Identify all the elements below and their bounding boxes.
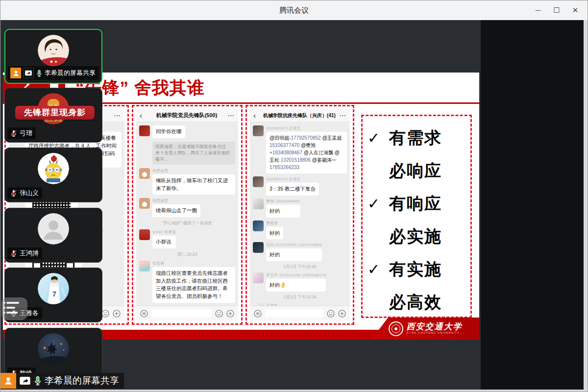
participant-name: 弓瑨	[20, 129, 32, 138]
checklist-line: 必实施	[368, 220, 466, 253]
message-bubble: 小群说	[152, 236, 176, 248]
participant-tile[interactable]: 李希晨的屏幕共享	[4, 29, 102, 84]
participant-name-bar: 张山义	[7, 187, 42, 199]
phone-link: +18340808467	[270, 150, 302, 155]
checklist-text: 有需求	[389, 127, 442, 149]
list-line	[6, 302, 19, 304]
avatar	[38, 153, 69, 184]
phone-link: 15106377470	[270, 143, 299, 148]
participant-name: 李希晨的屏幕共享	[45, 69, 96, 77]
screen-share-icon	[19, 376, 31, 386]
checklist-text: 有实施	[389, 258, 442, 281]
sender-name: 宋玉平-3119101252-13630286176	[266, 272, 326, 278]
mic-muted-icon	[10, 249, 18, 257]
check-icon: ✓	[368, 195, 389, 212]
avatar	[253, 272, 264, 283]
chat-box-3: ‹ 机械学院抗疫先锋队（兴庆）(41) ··· 3119301472-王成玉 @…	[245, 105, 354, 325]
phone-link: 17792570852	[291, 135, 320, 141]
checklist-text: 有响应	[389, 193, 442, 215]
participants-sidebar	[481, 20, 585, 391]
voice-icon	[140, 310, 148, 318]
message-bubble: 绕着假山走了一圈	[152, 204, 200, 217]
university-logo: 西安交通大学 XI'AN JIAOTONG UNIVERSITY	[371, 318, 479, 340]
phone-link: 17853266233	[270, 165, 299, 170]
chat2-title: 机械学院党员先锋队(500)	[147, 112, 227, 119]
avatar	[139, 125, 150, 136]
back-icon: ‹	[253, 111, 260, 120]
svg-text:7: 7	[52, 290, 56, 298]
check-icon: ✓	[368, 261, 389, 278]
chat-input-bar	[136, 306, 238, 320]
more-icon: ···	[113, 113, 121, 119]
chat-message: 樊旭+18340808467 好的	[253, 198, 347, 218]
checklist-line: ✓ 有响应	[368, 187, 466, 220]
chat-message: 姜颖涛 好的	[253, 220, 347, 240]
maximize-button[interactable]: ☐	[547, 0, 566, 20]
back-icon: ‹	[140, 111, 147, 120]
participant-name-bar: 李希晨的屏幕共享	[8, 66, 99, 80]
university-name-cn: 西安交通大学	[407, 322, 463, 331]
check-icon: ✓	[368, 129, 389, 147]
avatar	[253, 198, 264, 209]
university-seal-icon	[389, 321, 403, 336]
participant-name-bar: 王鸿博	[7, 247, 42, 259]
chat-message: 唔西迪西 俺听从指挥，骑车出了校门又进来了新华。	[139, 168, 235, 195]
plus-icon	[113, 310, 121, 318]
message-bubble: 好的	[266, 227, 283, 240]
mention-text: @王孟超	[321, 135, 342, 141]
timestamp: 周二 20:23	[139, 252, 235, 257]
sender-name: 唔西迪西	[152, 168, 235, 173]
more-icon: ···	[339, 113, 346, 119]
chat-message: 同学你在哪	[139, 125, 235, 138]
avatar	[253, 125, 264, 136]
close-button[interactable]: ✕	[566, 0, 585, 20]
message-bubble: 俺听从指挥，骑车出了校门又进来了新华。	[152, 174, 235, 195]
participant-name-bar: 弓瑨	[7, 127, 36, 139]
section-badge: 先锋群里现身影	[15, 106, 95, 120]
list-line	[6, 307, 15, 309]
message-bubble: 好的	[266, 205, 300, 218]
wechat-screenshot-3: ‹ 机械学院抗疫先锋队（兴庆）(41) ··· 3119301472-王成玉 @…	[250, 109, 350, 320]
avatar: 7	[38, 273, 69, 304]
person-icon	[3, 376, 13, 386]
minimize-button[interactable]: ─	[529, 0, 547, 20]
sidebar-scrollbar[interactable]	[584, 20, 588, 391]
plus-icon	[226, 310, 234, 318]
chat-message: 王松-4121101001-13201518806 好的	[253, 242, 347, 261]
screen-share-icon	[23, 68, 34, 78]
chat-box-2: ‹ 机械学院党员先锋队(500) ··· 同学你在哪 唔西迪西：志愿者能不能提前…	[132, 105, 243, 325]
checklist-line: ✓ 有需求	[368, 122, 466, 154]
person-icon	[12, 70, 20, 77]
chat-message: 3119301472-王成玉 3：35 教二楼下集合	[253, 176, 347, 196]
participant-name: 张山义	[20, 189, 39, 197]
mic-on-icon	[33, 375, 42, 386]
avatar	[139, 261, 150, 271]
participant-tile[interactable]: 王鸿博	[4, 208, 102, 263]
annotation-tool-button[interactable]	[1, 297, 27, 320]
timestamp: 1月1日 下午15:30	[253, 264, 347, 270]
text-input	[151, 309, 212, 318]
more-icon: ···	[227, 113, 235, 119]
chat-message: 唔西迪西 绕着假山走了一圈	[139, 198, 235, 217]
chat2-header: ‹ 机械学院党员先锋队(500) ···	[136, 109, 238, 122]
checklist-line: 必响应	[368, 154, 466, 187]
message-bubble: @田明超-17792570852 @王孟超 15106377470 @樊旭 +1…	[266, 132, 347, 173]
university-name-en: XI'AN JIAOTONG UNIVERSITY	[407, 331, 463, 335]
checklist-line: 必高效	[368, 286, 466, 318]
avatar	[38, 35, 69, 66]
sender-name: 3119301472-王成玉	[266, 176, 319, 182]
chat-message: 宋玉平-3119101252-13630286176 好的👌	[253, 272, 347, 292]
participant-tile[interactable]: 张山义	[4, 147, 102, 202]
mic-muted-icon	[10, 189, 18, 197]
message-bubble: 同学你在哪	[152, 125, 185, 138]
emoji-icon	[101, 310, 109, 318]
meeting-window: 腾讯会议 ─ ☐ ✕ 2 PART “先锋” 舍我其谁 先锋群里现身影 ‹ 机械…	[0, 0, 588, 392]
avatar	[139, 229, 150, 240]
wechat-screenshot-2: ‹ 机械学院党员先锋队(500) ··· 同学你在哪 唔西迪西：志愿者能不能提前…	[136, 109, 238, 320]
checklist-text: 必响应	[389, 160, 442, 182]
checklist-text: 必高效	[389, 291, 442, 314]
sender-name: 姜颖涛	[266, 220, 283, 226]
plus-icon	[338, 310, 346, 318]
sender-name: 王松-4121101001-13201518806	[266, 242, 322, 247]
avatar	[253, 176, 264, 187]
